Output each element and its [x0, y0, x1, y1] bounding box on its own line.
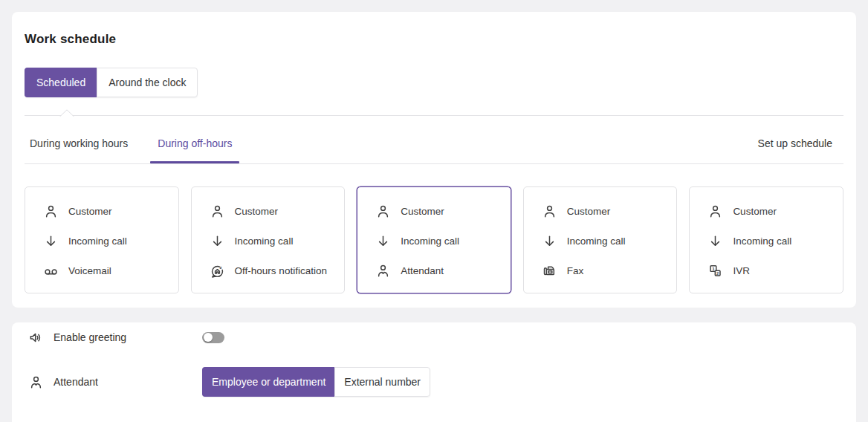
attendant-icon [28, 374, 44, 390]
speaker-icon [28, 330, 44, 345]
flow-card-off-hours-notification[interactable]: Customer Incoming call z Off-hours n [191, 186, 346, 293]
work-schedule-panel: Work schedule Scheduled Around the clock… [12, 12, 856, 308]
section-divider [25, 115, 843, 116]
tabs-bar: During working hours During off-hours Se… [25, 116, 843, 164]
flow-step-label: IVR [733, 265, 750, 276]
off-hours-settings-panel: Enable greeting Attendant Employee or de… [12, 322, 856, 422]
page-title: Work schedule [25, 12, 843, 47]
voicemail-icon [43, 263, 59, 279]
schedule-mode-toggle: Scheduled Around the clock [25, 68, 198, 97]
flow-step: Customer [542, 196, 670, 226]
tab-during-working-hours[interactable]: During working hours [22, 116, 135, 163]
svg-text:z: z [219, 264, 221, 270]
flow-step-label: Attendant [401, 265, 444, 276]
flow-step-label: Fax [567, 265, 584, 276]
tab-during-off-hours[interactable]: During off-hours [150, 116, 239, 163]
flow-step-label: Voicemail [68, 265, 111, 276]
user-icon [210, 204, 225, 219]
flow-step-label: Incoming call [235, 236, 294, 247]
toggle-knob [204, 333, 213, 342]
incoming-call-icon [210, 233, 225, 249]
flow-step-label: Off-hours notification [235, 265, 327, 276]
off-hours-notification-icon: z [210, 263, 225, 279]
attendant-labelgroup: Attendant [28, 374, 202, 390]
flow-step-label: Incoming call [68, 236, 127, 247]
flow-step: Incoming call [210, 226, 337, 256]
user-icon [707, 204, 723, 219]
flow-step-label: Incoming call [401, 236, 459, 247]
scheduled-button[interactable]: Scheduled [25, 68, 97, 97]
svg-text:1: 1 [713, 265, 716, 270]
flow-card-voicemail[interactable]: Customer Incoming call Voicemail [25, 186, 179, 293]
ivr-icon: 1 2 [707, 263, 723, 279]
enable-greeting-toggle[interactable] [202, 331, 224, 344]
enable-greeting-labelgroup: Enable greeting [28, 330, 202, 345]
flow-step: Customer [210, 196, 337, 226]
enable-greeting-label: Enable greeting [54, 331, 126, 343]
flow-card-attendant[interactable]: Customer Incoming call Attendant [357, 186, 511, 293]
flow-step: Fax [542, 256, 670, 285]
flow-card-ivr[interactable]: Customer Incoming call 1 2 IVR [689, 186, 843, 293]
flow-step-label: Customer [567, 206, 611, 217]
employee-or-department-button[interactable]: Employee or department [202, 367, 334, 397]
external-number-button[interactable]: External number [334, 367, 430, 397]
around-the-clock-button[interactable]: Around the clock [97, 68, 198, 97]
flow-step: Voicemail [43, 256, 171, 285]
flow-step: Customer [43, 196, 171, 226]
flow-step: 1 2 IVR [707, 256, 835, 285]
flow-step: Incoming call [707, 226, 835, 256]
attendant-row: Attendant Employee or department Externa… [28, 367, 840, 397]
user-icon [43, 204, 59, 219]
flow-step-label: Incoming call [733, 236, 791, 247]
svg-text:2: 2 [716, 270, 719, 275]
user-icon [375, 204, 391, 219]
user-icon [542, 204, 557, 219]
enable-greeting-row: Enable greeting [28, 322, 840, 352]
flow-step-label: Customer [401, 206, 444, 217]
flow-step: Incoming call [542, 226, 670, 256]
flow-step: Incoming call [375, 226, 503, 256]
call-flow-cards: Customer Incoming call Voicemail [25, 186, 843, 293]
flow-step-label: Customer [733, 206, 777, 217]
fax-icon [542, 263, 557, 279]
incoming-call-icon [542, 233, 557, 249]
incoming-call-icon [43, 233, 59, 249]
attendant-label: Attendant [54, 376, 98, 388]
flow-step: Customer [707, 196, 835, 226]
flow-step: Attendant [375, 256, 503, 285]
flow-card-fax[interactable]: Customer Incoming call Fax [523, 186, 678, 293]
incoming-call-icon [375, 233, 391, 249]
set-up-schedule-link[interactable]: Set up schedule [751, 116, 843, 163]
flow-step-label: Customer [235, 206, 279, 217]
flow-step-label: Customer [68, 206, 112, 217]
attendant-icon [375, 263, 391, 279]
flow-step-label: Incoming call [567, 236, 626, 247]
flow-step: z Off-hours notification [210, 256, 337, 285]
flow-step: Customer [375, 196, 503, 226]
incoming-call-icon [707, 233, 723, 249]
tabs-spacer [239, 116, 750, 163]
attendant-type-toggle: Employee or department External number [202, 367, 430, 397]
flow-step: Incoming call [43, 226, 171, 256]
